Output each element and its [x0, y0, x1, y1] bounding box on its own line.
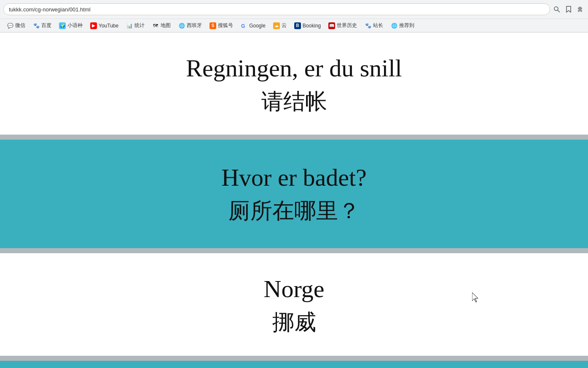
divider-2	[0, 248, 588, 253]
top-bar: tukkk.com/cg-norwegian/001.html	[0, 0, 588, 19]
google-label: Google	[249, 23, 266, 29]
address-text: tukkk.com/cg-norwegian/001.html	[9, 6, 91, 13]
bookmark-yun[interactable]: ☁ 云	[270, 21, 290, 30]
google-icon: G	[241, 22, 247, 29]
tuijian-icon: 🌐	[391, 22, 397, 29]
tongji-label: 统计	[134, 22, 145, 29]
youtube-label: YouTube	[99, 23, 118, 29]
divider-1	[0, 135, 588, 140]
xiaoyuzhong-icon: 🌍	[59, 22, 66, 29]
weixin-label: 微信	[15, 22, 25, 29]
bookmarks-bar: 💬 微信 🐾 百度 🌍 小语种 ▶ YouTube 📊 统计 🗺 地图 🌐 西班…	[0, 19, 588, 32]
booking-label: Booking	[303, 23, 321, 29]
phrase-block-3: Norge 挪威	[0, 253, 588, 355]
baidu-label: 百度	[41, 22, 51, 29]
bookmark-tongji[interactable]: 📊 统计	[123, 21, 148, 30]
phrase-block-1: Regningen, er du snill 请结帐	[0, 32, 588, 135]
weixin-icon: 💬	[7, 22, 13, 29]
footer-strip: 主目录／上一面	[0, 361, 588, 368]
bookmark-shijieli[interactable]: 📖 世界历史	[325, 21, 360, 30]
xibanya-label: 西班牙	[187, 22, 202, 29]
address-wrapper: tukkk.com/cg-norwegian/001.html	[3, 2, 550, 17]
baidu-icon: 🐾	[33, 22, 40, 29]
svg-point-0	[554, 7, 558, 11]
youtube-icon: ▶	[90, 22, 97, 29]
bookmark-zhangzhang[interactable]: 🐾 站长	[361, 21, 387, 30]
search-icon[interactable]	[553, 5, 561, 14]
booking-icon: B	[294, 22, 301, 29]
extension-icon[interactable]	[576, 5, 585, 14]
bookmark-xibanya[interactable]: 🌐 西班牙	[175, 21, 205, 30]
yun-label: 云	[282, 22, 287, 29]
bookmark-ditu[interactable]: 🗺 地图	[149, 21, 174, 30]
bookmark-souhu[interactable]: S 搜狐号	[206, 21, 236, 30]
svg-line-1	[558, 10, 560, 12]
xiaoyuzhong-label: 小语种	[67, 22, 83, 29]
phrase1-norwegian: Regningen, er du snill	[8, 54, 580, 83]
browser-chrome: tukkk.com/cg-norwegian/001.html	[0, 0, 588, 32]
phrase-block-2: Hvor er badet? 厕所在哪里？	[0, 140, 588, 248]
souhu-label: 搜狐号	[218, 22, 233, 29]
phrase1-chinese: 请结帐	[8, 87, 580, 116]
phrase2-chinese: 厕所在哪里？	[8, 197, 580, 225]
yun-icon: ☁	[273, 22, 280, 29]
bookmark-icon[interactable]	[564, 5, 573, 14]
address-bar[interactable]: tukkk.com/cg-norwegian/001.html	[3, 3, 550, 15]
ditu-icon: 🗺	[152, 22, 159, 29]
xibanya-icon: 🌐	[178, 22, 185, 29]
zhangzhang-label: 站长	[373, 22, 383, 29]
souhu-icon: S	[209, 22, 216, 29]
zhangzhang-icon: 🐾	[365, 22, 371, 29]
page-content: Regningen, er du snill 请结帐 Hvor er badet…	[0, 32, 588, 368]
bookmark-booking[interactable]: B Booking	[291, 21, 324, 30]
svg-text:G: G	[241, 23, 245, 29]
bookmark-xiaoyuzhong[interactable]: 🌍 小语种	[56, 21, 86, 30]
shijieli-label: 世界历史	[337, 22, 357, 29]
bookmark-google[interactable]: G Google	[237, 21, 269, 30]
bookmark-youtube[interactable]: ▶ YouTube	[87, 21, 122, 30]
tongji-icon: 📊	[126, 22, 133, 29]
phrase2-norwegian: Hvor er badet?	[8, 163, 580, 192]
top-icons	[553, 5, 585, 14]
divider-3	[0, 356, 588, 361]
shijieli-icon: 📖	[328, 22, 335, 29]
tuijian-label: 推荐到	[399, 22, 414, 29]
ditu-label: 地图	[161, 22, 171, 29]
phrase3-norwegian: Norge	[8, 274, 580, 304]
bookmark-baidu[interactable]: 🐾 百度	[30, 21, 55, 30]
phrase3-chinese: 挪威	[8, 308, 580, 337]
bookmark-weixin[interactable]: 💬 微信	[3, 21, 29, 30]
bookmark-tuijian[interactable]: 🌐 推荐到	[387, 21, 418, 30]
